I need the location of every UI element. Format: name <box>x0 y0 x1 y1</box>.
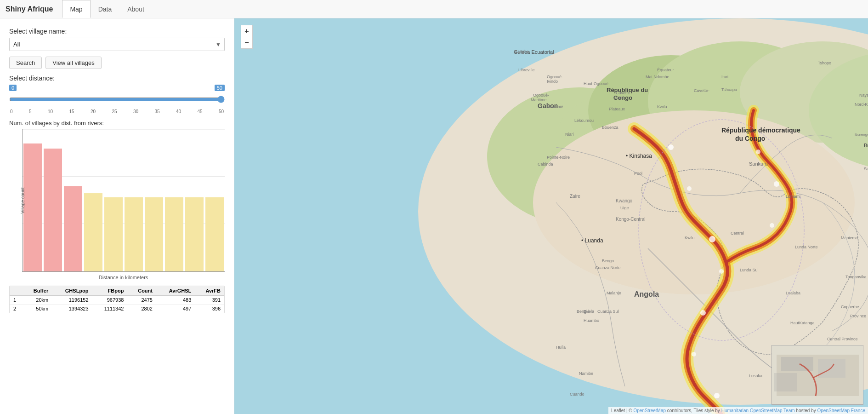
osm-france-link[interactable]: OpenStreetMap France <box>817 408 866 413</box>
svg-text:Cuvette-: Cuvette- <box>694 88 709 93</box>
col-header-index <box>10 286 23 296</box>
view-all-button[interactable]: View all villages <box>45 57 102 69</box>
svg-text:Pointe-Noire: Pointe-Noire <box>547 155 570 160</box>
hot-link[interactable]: Humanitarian OpenStreetMap Team <box>721 408 795 413</box>
table-row: 120km11961529679382475483391 <box>10 296 224 305</box>
map-controls: + − <box>241 25 253 49</box>
svg-point-47 <box>709 236 715 242</box>
leaflet-credit: Leaflet | © <box>611 408 633 413</box>
svg-point-44 <box>533 110 855 294</box>
inset-map <box>772 345 863 405</box>
col-header-count: Count <box>127 286 156 296</box>
svg-text:Tanganyika: Tanganyika <box>845 275 867 279</box>
svg-text:Iburengerazuba: Iburengerazuba <box>855 132 868 137</box>
svg-text:Zaire: Zaire <box>570 194 580 199</box>
navbar: Shiny Afrique Map Data About <box>0 0 868 18</box>
svg-text:Niari: Niari <box>565 132 574 137</box>
tab-about[interactable]: About <box>119 0 152 18</box>
svg-text:Nkoumiè: Nkoumiè <box>547 104 563 109</box>
svg-rect-23 <box>185 197 204 271</box>
svg-text:Lualaba: Lualaba <box>786 291 800 295</box>
svg-text:• Kinshasa: • Kinshasa <box>626 153 652 159</box>
svg-text:HautKatanga: HautKatanga <box>790 321 815 325</box>
svg-text:Maritime: Maritime <box>531 98 547 102</box>
svg-text:Central: Central <box>731 231 744 236</box>
tab-data[interactable]: Data <box>91 0 120 18</box>
svg-rect-146 <box>781 357 813 371</box>
village-dropdown[interactable]: All <box>9 38 225 51</box>
svg-text:Ouest: Ouest <box>613 95 625 100</box>
col-header-ghslpop: GHSLpop <box>52 286 92 296</box>
nav-tabs: Map Data About <box>62 0 152 18</box>
svg-text:Maniema: Maniema <box>841 236 858 240</box>
chart-y-label: Village count <box>20 187 25 213</box>
svg-rect-24 <box>205 197 224 271</box>
svg-text:Pool: Pool <box>634 171 642 176</box>
map-area: + − <box>234 18 868 414</box>
svg-text:Kongo-Central: Kongo-Central <box>616 217 645 222</box>
svg-rect-20 <box>125 197 143 271</box>
village-label: Select village name: <box>9 28 225 35</box>
svg-text:Équateur: Équateur <box>657 68 674 72</box>
svg-text:Central Province: Central Province <box>827 337 858 341</box>
col-header-buffer: Buffer <box>23 286 52 296</box>
svg-text:Namibe: Namibe <box>579 371 593 376</box>
svg-point-49 <box>700 310 706 316</box>
distance-slider[interactable] <box>9 96 225 103</box>
svg-text:Burundi: Burundi <box>864 143 868 148</box>
map-attribution: Leaflet | © OpenStreetMap contributors, … <box>608 407 868 414</box>
svg-text:Sanghe: Sanghe <box>515 49 529 54</box>
svg-text:Kwango: Kwango <box>616 198 633 203</box>
table-header-row: Buffer GHSLpop FBpop Count AvrGHSL AvrFB <box>10 286 224 296</box>
svg-text:Huambo: Huambo <box>584 318 599 323</box>
slider-min-badge: 0 <box>9 85 17 91</box>
svg-text:du Congo: du Congo <box>735 135 765 142</box>
village-dropdown-wrapper: All ▼ <box>9 38 225 51</box>
slider-ticks: 0 5 10 15 20 25 30 35 40 45 50 <box>9 109 225 114</box>
svg-rect-21 <box>145 197 163 271</box>
svg-text:Nord-Kivu: Nord-Kivu <box>855 102 868 107</box>
svg-text:Benguela: Benguela <box>577 309 594 314</box>
zoom-in-button[interactable]: + <box>241 25 253 37</box>
osm-link[interactable]: OpenStreetMap <box>633 408 666 413</box>
svg-text:République démocratique: République démocratique <box>721 126 800 134</box>
chart-svg: 0 200 400 600 <box>23 129 225 271</box>
chart-title: Num. of villages by dist. from rivers: <box>9 120 225 126</box>
tab-map[interactable]: Map <box>62 0 90 18</box>
svg-text:Kwilu: Kwilu <box>685 236 695 240</box>
svg-rect-147 <box>818 359 845 378</box>
village-selector-section: Select village name: All ▼ <box>9 28 225 51</box>
svg-text:Huíla: Huíla <box>556 345 566 350</box>
svg-rect-8 <box>23 144 42 271</box>
left-panel: Select village name: All ▼ Search View a… <box>0 18 234 414</box>
chart-x-label: Distance in kilometers <box>22 275 225 280</box>
slider-labels: 0 50 <box>9 85 225 91</box>
col-header-avrghsl: AvrGHSL <box>156 286 195 296</box>
svg-text:Uige: Uige <box>620 206 629 210</box>
col-header-avrfb: AvrFB <box>195 286 224 296</box>
svg-rect-22 <box>165 197 183 271</box>
chart-area: Village count 0 200 400 600 <box>22 129 225 272</box>
svg-point-53 <box>774 181 779 187</box>
distance-slider-section: Select distance: 0 50 0 5 10 15 20 25 30… <box>9 75 225 114</box>
svg-text:Malanje: Malanje <box>607 291 621 295</box>
svg-text:Cuanza Norte: Cuanza Norte <box>595 265 621 270</box>
svg-text:Bengo: Bengo <box>602 259 614 263</box>
svg-text:Ivindo: Ivindo <box>547 79 558 84</box>
svg-text:Cuando: Cuando <box>570 392 584 397</box>
data-table-wrapper: Buffer GHSLpop FBpop Count AvrGHSL AvrFB… <box>9 286 225 313</box>
svg-text:Mai-Ndombe: Mai-Ndombe <box>646 75 669 79</box>
svg-point-50 <box>692 352 696 356</box>
button-row: Search View all villages <box>9 57 225 69</box>
zoom-out-button[interactable]: − <box>241 37 253 49</box>
svg-text:Lékoumou: Lékoumou <box>574 118 594 123</box>
search-button[interactable]: Search <box>9 57 42 69</box>
svg-text:Tshuapa: Tshuapa <box>721 87 737 92</box>
svg-point-54 <box>756 150 760 154</box>
svg-text:Lunda Sul: Lunda Sul <box>740 268 759 272</box>
svg-text:Lusaka: Lusaka <box>749 374 762 378</box>
svg-text:Cuvette: Cuvette <box>616 91 630 95</box>
svg-text:Tshopo: Tshopo <box>818 61 831 65</box>
svg-text:Ituri: Ituri <box>721 75 728 79</box>
svg-text:Haut-Ogooué: Haut-Ogooué <box>584 81 608 86</box>
